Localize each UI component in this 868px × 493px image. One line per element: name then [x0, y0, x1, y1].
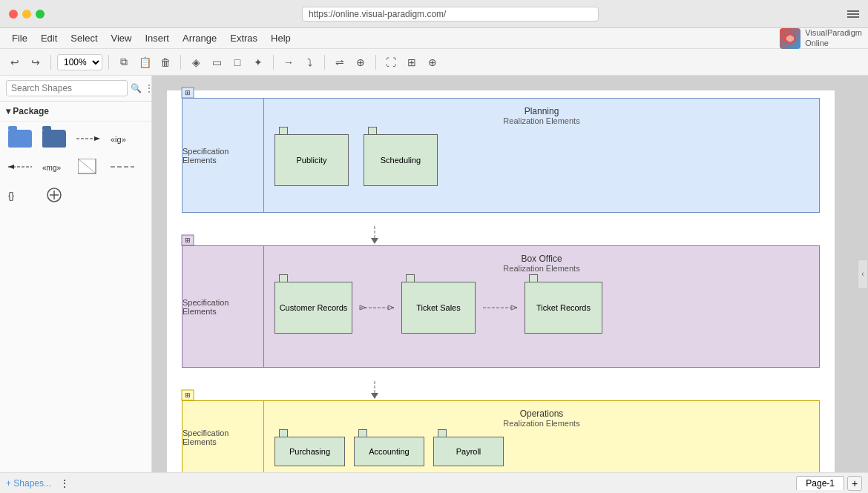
planning-components: Publicity Scheduling	[274, 131, 809, 186]
operations-pkg-body: Specification Elements Operations Realiz…	[182, 400, 820, 472]
zoom-selector[interactable]: 100% 75% 150%	[57, 54, 102, 70]
boxoffice-title: Box Office	[274, 254, 809, 264]
connection-button[interactable]: →	[280, 53, 297, 71]
maximize-button[interactable]	[36, 10, 45, 19]
canvas-scroll[interactable]: ⊞ Specification Elements Planning Realiz…	[152, 76, 868, 472]
shape-folder-open[interactable]	[40, 128, 68, 150]
planning-realization: Planning Realization Elements Publicity	[264, 99, 819, 193]
boxoffice-spec-label: Specification Elements	[183, 298, 263, 316]
accounting-component[interactable]: Accounting	[354, 437, 424, 466]
purchasing-label: Purchasing	[274, 437, 345, 466]
boxoffice-package[interactable]: ⊞ Specification Elements Box Office Real…	[182, 245, 820, 368]
svg-text:«mg»: «mg»	[42, 164, 61, 172]
flip-button[interactable]: ⇌	[331, 53, 349, 71]
sidebar-section-package[interactable]: ▾ Package	[0, 102, 151, 122]
sidebar: 🔍 ⋮ ▾ Package «ig»	[0, 76, 152, 472]
style-button[interactable]: ✦	[249, 53, 267, 71]
purchasing-component[interactable]: Purchasing	[274, 437, 345, 466]
svg-text:⊞: ⊞	[185, 89, 191, 96]
redo-button[interactable]: ↪	[27, 53, 45, 71]
bottom-left: + Shapes...	[6, 478, 51, 489]
hamburger-menu[interactable]	[847, 10, 859, 18]
expand-button[interactable]: ⊞	[403, 53, 421, 71]
menu-extras[interactable]: Extras	[224, 31, 263, 45]
payroll-component[interactable]: Payroll	[433, 437, 504, 466]
main-layout: 🔍 ⋮ ▾ Package «ig»	[0, 76, 868, 472]
logo-area: VisualParadigm Online	[780, 28, 862, 49]
svg-text:«ig»: «ig»	[111, 135, 126, 144]
operations-package[interactable]: ⊞ Specification Elements Operations Real…	[182, 400, 820, 472]
lock-button[interactable]: ⊕	[352, 53, 369, 71]
publicity-component[interactable]: Publicity	[274, 134, 349, 186]
menu-view[interactable]: View	[105, 31, 138, 45]
shape-plus-circle[interactable]	[40, 184, 68, 206]
shape-import-element[interactable]: «ig»	[108, 128, 137, 150]
delete-button[interactable]: 🗑	[157, 53, 174, 71]
menu-select[interactable]: Select	[65, 31, 103, 45]
diagram-wrapper: ⊞ Specification Elements Planning Realiz…	[167, 90, 835, 472]
ticket-records-label: Ticket Records	[525, 282, 602, 334]
shape-button[interactable]: □	[228, 53, 246, 71]
paste-button[interactable]: 📋	[136, 53, 154, 71]
collapse-panel-button[interactable]: ‹	[858, 259, 868, 289]
traffic-lights	[9, 10, 45, 19]
search-bar: 🔍 ⋮	[0, 76, 151, 102]
url-bar[interactable]: https://online.visual-paradigm.com/	[302, 7, 599, 21]
customer-records-label: Customer Records	[274, 282, 352, 334]
add-button[interactable]: ⊕	[424, 53, 441, 71]
add-page-button[interactable]: +	[847, 476, 862, 491]
bottom-options-icon[interactable]: ⋮	[57, 476, 72, 491]
publicity-label: Publicity	[274, 134, 349, 186]
shape-row-1: «ig»	[6, 128, 145, 150]
boxoffice-to-operations-arrow	[364, 381, 386, 399]
menubar: File Edit Select View Insert Arrange Ext…	[0, 28, 868, 49]
scheduling-component[interactable]: Scheduling	[364, 134, 438, 186]
titlebar: https://online.visual-paradigm.com/	[0, 0, 868, 28]
operations-subtitle: Realization Elements	[274, 419, 809, 428]
menu-file[interactable]: File	[6, 31, 33, 45]
close-button[interactable]	[9, 10, 18, 19]
line-color-button[interactable]: ▭	[208, 53, 226, 71]
shape-dependency-arrow[interactable]	[74, 128, 102, 150]
customer-records-component[interactable]: Customer Records	[274, 282, 352, 334]
svg-text:⊞: ⊞	[185, 236, 191, 244]
menu-help[interactable]: Help	[265, 31, 297, 45]
fit-button[interactable]: ⛶	[382, 53, 400, 71]
menu-arrange[interactable]: Arrange	[177, 31, 223, 45]
shape-left-arrow[interactable]	[6, 156, 34, 178]
shape-text-element[interactable]: «mg»	[40, 156, 68, 178]
boxoffice-components: Customer Records	[274, 279, 809, 334]
undo-button[interactable]: ↩	[6, 53, 24, 71]
planning-package[interactable]: ⊞ Specification Elements Planning Realiz…	[182, 98, 820, 213]
menu-edit[interactable]: Edit	[35, 31, 63, 45]
ticket-sales-component[interactable]: Ticket Sales	[401, 282, 476, 334]
operations-spec-label: Specification Elements	[183, 429, 263, 446]
menu-insert[interactable]: Insert	[139, 31, 175, 45]
svg-marker-3	[94, 136, 100, 141]
planning-spec-col: Specification Elements	[183, 99, 264, 212]
copy-button[interactable]: ⧉	[115, 53, 133, 71]
page-1-tab[interactable]: Page-1	[796, 476, 844, 490]
search-icon[interactable]: 🔍	[131, 81, 142, 96]
waypoint-button[interactable]: ⤵	[300, 53, 318, 71]
shape-dashed[interactable]	[108, 156, 137, 178]
svg-text:{}: {}	[8, 191, 14, 201]
fill-button[interactable]: ◈	[187, 53, 205, 71]
shape-note[interactable]	[74, 156, 102, 178]
canvas-inner: ⊞ Specification Elements Planning Realiz…	[167, 90, 835, 472]
ticket-records-component[interactable]: Ticket Records	[525, 282, 602, 334]
minimize-button[interactable]	[22, 10, 31, 19]
svg-marker-27	[371, 393, 378, 399]
ticket-to-records-arrow	[481, 302, 519, 313]
shape-folder-closed[interactable]	[6, 128, 34, 150]
ticket-sales-label: Ticket Sales	[401, 282, 476, 334]
planning-spec-label: Specification Elements	[183, 147, 263, 165]
operations-realization: Operations Realization Elements Purchasi…	[264, 401, 819, 472]
add-shapes-button[interactable]: + Shapes...	[6, 478, 51, 489]
search-input[interactable]	[6, 80, 128, 96]
shape-object-brackets[interactable]: {}	[6, 184, 34, 206]
logo-text: VisualParadigm Online	[805, 28, 862, 47]
canvas-area[interactable]: ⊞ Specification Elements Planning Realiz…	[152, 76, 868, 472]
toolbar: ↩ ↪ 100% 75% 150% ⧉ 📋 🗑 ◈ ▭ □ ✦ → ⤵ ⇌ ⊕ …	[0, 49, 868, 76]
payroll-label: Payroll	[433, 437, 504, 466]
